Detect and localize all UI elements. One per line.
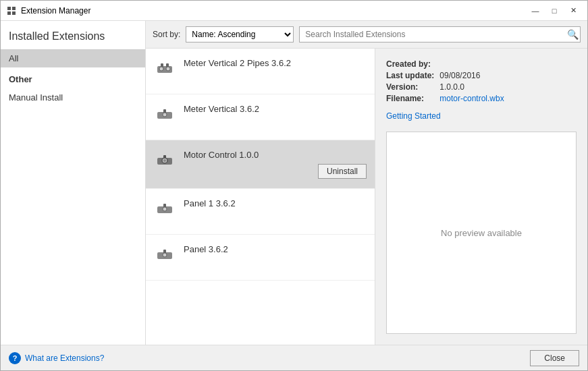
extension-info: Motor Control 1.0.0 Uninstall xyxy=(184,150,367,179)
extension-actions: Uninstall xyxy=(184,164,367,179)
app-icon xyxy=(6,5,17,16)
search-input[interactable] xyxy=(299,26,581,42)
svg-rect-1 xyxy=(12,7,16,10)
footer: ? What are Extensions? Close xyxy=(1,345,587,370)
extension-item-panel[interactable]: Panel 3.6.2 xyxy=(146,235,375,281)
extension-info: Meter Vertical 3.6.2 xyxy=(184,104,367,115)
extension-name: Meter Vertical 3.6.2 xyxy=(184,104,367,114)
maximize-button[interactable]: □ xyxy=(545,4,563,18)
preview-box: No preview available xyxy=(386,132,577,334)
close-button[interactable]: Close xyxy=(530,350,579,366)
svg-rect-3 xyxy=(12,11,16,15)
content-area: Installed Extensions All Other Manual In… xyxy=(1,21,587,345)
created-by-label: Created by: xyxy=(386,59,434,69)
sidebar-section-other: Other xyxy=(1,67,145,88)
extension-manager-window: Extension Manager — □ ✕ Installed Extens… xyxy=(0,0,588,371)
svg-point-8 xyxy=(166,67,170,71)
svg-point-7 xyxy=(159,67,163,71)
extension-item-meter-vertical[interactable]: Meter Vertical 3.6.2 xyxy=(146,94,375,140)
extension-icon xyxy=(154,244,176,266)
svg-point-15 xyxy=(163,159,166,162)
help-link[interactable]: What are Extensions? xyxy=(25,353,104,363)
extension-icon xyxy=(154,150,176,171)
svg-rect-2 xyxy=(7,11,11,15)
extension-info: Panel 1 3.6.2 xyxy=(184,198,367,210)
main-content: Sort by: Name: Ascending Name: Descendin… xyxy=(146,21,587,345)
extension-item-motor-control[interactable]: Motor Control 1.0.0 Uninstall xyxy=(146,140,375,189)
svg-point-21 xyxy=(163,253,167,257)
extension-name: Panel 1 3.6.2 xyxy=(184,198,367,208)
window-controls: — □ ✕ xyxy=(527,4,582,18)
detail-metadata: Created by: Last update: 09/08/2016 Vers… xyxy=(386,59,577,103)
extension-name: Meter Vertical 2 Pipes 3.6.2 xyxy=(184,58,367,68)
version-value: 1.0.0.0 xyxy=(439,82,577,92)
sidebar: Installed Extensions All Other Manual In… xyxy=(1,21,146,345)
sidebar-title: Installed Extensions xyxy=(1,21,145,49)
extension-info: Panel 3.6.2 xyxy=(184,244,367,256)
filename-label: Filename: xyxy=(386,94,434,103)
extension-item-meter-vertical-2-pipes[interactable]: Meter Vertical 2 Pipes 3.6.2 xyxy=(146,49,375,94)
sidebar-item-all[interactable]: All xyxy=(1,49,145,67)
last-update-value: 09/08/2016 xyxy=(439,71,577,80)
svg-point-18 xyxy=(163,207,167,211)
sort-select[interactable]: Name: Ascending Name: Descending Date: A… xyxy=(186,26,294,42)
extension-info: Meter Vertical 2 Pipes 3.6.2 xyxy=(184,58,367,69)
extension-icon xyxy=(154,58,176,80)
footer-left: ? What are Extensions? xyxy=(9,352,104,364)
extensions-pane: Meter Vertical 2 Pipes 3.6.2 xyxy=(146,49,587,345)
close-window-button[interactable]: ✕ xyxy=(564,4,582,18)
extensions-list: Meter Vertical 2 Pipes 3.6.2 xyxy=(146,49,375,345)
minimize-button[interactable]: — xyxy=(527,4,544,18)
sort-label: Sort by: xyxy=(153,30,180,39)
getting-started-link[interactable]: Getting Started xyxy=(386,111,577,121)
sidebar-item-manual-install[interactable]: Manual Install xyxy=(1,88,145,107)
extension-item-panel-1[interactable]: Panel 1 3.6.2 xyxy=(146,189,375,235)
search-button[interactable]: 🔍 xyxy=(566,28,579,41)
extension-name: Panel 3.6.2 xyxy=(184,244,367,254)
svg-point-11 xyxy=(163,113,167,117)
window-title: Extension Manager xyxy=(21,6,527,16)
extension-name: Motor Control 1.0.0 xyxy=(184,150,367,160)
toolbar: Sort by: Name: Ascending Name: Descendin… xyxy=(146,21,587,49)
uninstall-button[interactable]: Uninstall xyxy=(318,164,367,179)
extension-icon xyxy=(154,198,176,220)
last-update-label: Last update: xyxy=(386,71,434,80)
preview-text: No preview available xyxy=(441,228,522,238)
extension-icon xyxy=(154,104,176,125)
help-icon[interactable]: ? xyxy=(9,352,21,364)
search-box: 🔍 xyxy=(299,26,581,42)
detail-pane: Created by: Last update: 09/08/2016 Vers… xyxy=(375,49,587,345)
filename-link[interactable]: motor-control.wbx xyxy=(439,94,577,103)
svg-rect-0 xyxy=(7,7,11,10)
version-label: Version: xyxy=(386,82,434,92)
title-bar: Extension Manager — □ ✕ xyxy=(1,1,587,21)
